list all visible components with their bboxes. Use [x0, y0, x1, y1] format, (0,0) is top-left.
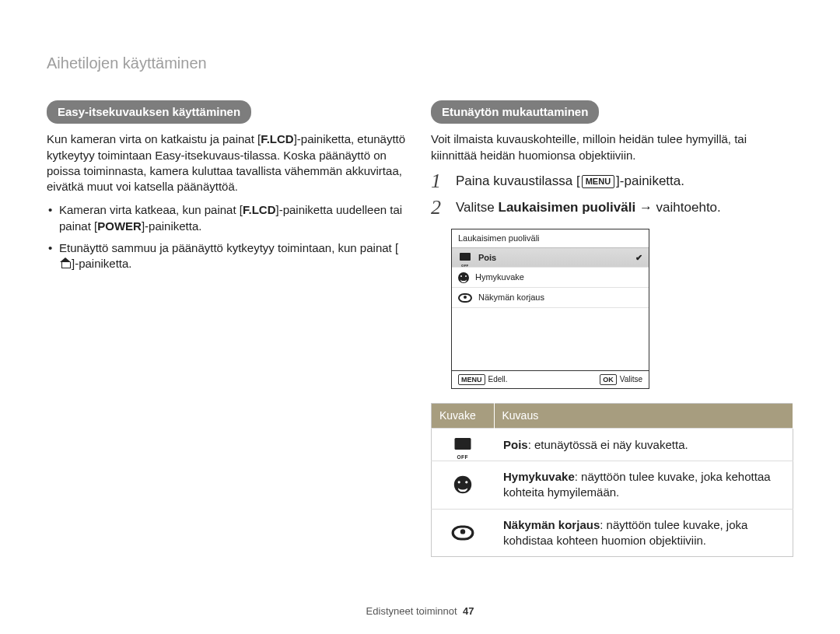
lcd-body: Pois ✔ Hymykuvake Näkymän korjaus — [452, 248, 649, 371]
step-2-body: Valitse Laukaisimen puoliväli → vaihtoeh… — [456, 198, 721, 217]
col-kuvaus: Kuvaus — [494, 404, 793, 429]
step-2: 2 Valitse Laukaisimen puoliväli → vaihto… — [431, 198, 793, 218]
left-column: Easy-itsekuvauksen käyttäminen Kun kamer… — [47, 100, 409, 557]
lcd: Laukaisimen puoliväli Pois ✔ Hymykuvake — [451, 229, 649, 390]
eye-icon — [452, 526, 474, 541]
check-icon: ✔ — [635, 252, 642, 264]
lcd-row-pois: Pois ✔ — [452, 248, 649, 268]
off-icon — [458, 253, 472, 262]
columns: Easy-itsekuvauksen käyttäminen Kun kamer… — [47, 100, 793, 557]
lcd-header: Laukaisimen puoliväli — [452, 229, 649, 248]
step-1-number: 1 — [431, 171, 448, 191]
lcd-row-hymy: Hymykuvake — [452, 268, 649, 288]
left-bullet-1: Kameran virta katkeaa, kun painat [F.LCD… — [47, 202, 409, 234]
table-row: Näkymän korjaus: näyttöön tulee kuvake, … — [432, 509, 793, 557]
lcd-footer-left: MENUEdell. — [458, 374, 508, 385]
step-1: 1 Paina kuvaustilassa [MENU]-painiketta. — [431, 171, 793, 191]
lcd-row-nakyma: Näkymän korjaus — [452, 288, 649, 308]
smile-icon — [454, 476, 471, 493]
lcd-footer: MENUEdell. OKValitse — [452, 370, 649, 388]
table-row: Pois: etunäytössä ei näy kuvaketta. — [432, 429, 793, 461]
off-icon — [453, 438, 474, 452]
menu-chip-icon: MENU — [458, 374, 485, 385]
step-1-body: Paina kuvaustilassa [MENU]-painiketta. — [456, 171, 684, 191]
left-bullets: Kameran virta katkeaa, kun painat [F.LCD… — [47, 202, 409, 271]
page-footer: Edistyneet toiminnot 47 — [0, 604, 840, 618]
right-intro: Voit ilmaista kuvauskohteille, milloin h… — [431, 131, 793, 163]
step-2-number: 2 — [431, 198, 448, 218]
smile-icon — [458, 272, 469, 283]
lcd-screenshot: Laukaisimen puoliväli Pois ✔ Hymykuvake — [451, 229, 793, 390]
menu-chip-icon: MENU — [582, 175, 614, 188]
table-row: Hymykuvake: näyttöön tulee kuvake, joka … — [432, 461, 793, 510]
left-bullet-2: Etunäyttö sammuu ja päänäyttö kytkeytyy … — [47, 240, 409, 272]
page: Aihetilojen käyttäminen Easy-itsekuvauks… — [0, 0, 840, 634]
ok-chip-icon: OK — [600, 374, 617, 385]
page-title: Aihetilojen käyttäminen — [47, 53, 793, 74]
lcd-pad — [452, 308, 649, 370]
left-intro: Kun kameran virta on katkaistu ja painat… — [47, 131, 409, 194]
left-heading-pill: Easy-itsekuvauksen käyttäminen — [47, 100, 251, 124]
home-icon — [60, 259, 71, 268]
eye-icon — [458, 293, 472, 303]
lcd-footer-right: OKValitse — [600, 374, 642, 385]
col-kuvake: Kuvake — [432, 404, 495, 429]
right-column: Etunäytön mukauttaminen Voit ilmaista ku… — [431, 100, 793, 557]
icon-description-table: Kuvake Kuvaus Pois: etunäytössä ei näy k… — [431, 403, 793, 557]
right-heading-pill: Etunäytön mukauttaminen — [431, 100, 599, 124]
